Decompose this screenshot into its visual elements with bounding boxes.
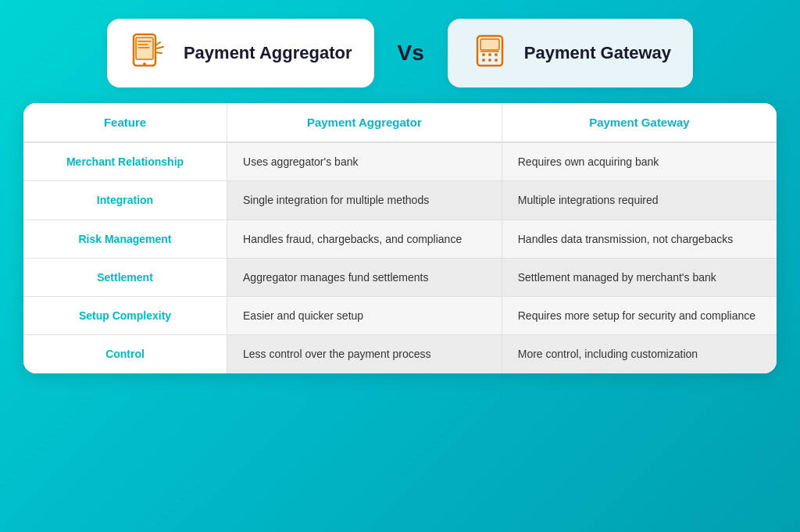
cell-aggregator: Single integration for multiple methods xyxy=(227,181,502,220)
svg-point-11 xyxy=(482,53,485,56)
table-row: Setup ComplexityEasier and quicker setup… xyxy=(23,297,777,335)
aggregator-title: Payment Aggregator xyxy=(184,43,352,63)
aggregator-card: Payment Aggregator xyxy=(107,19,374,87)
cell-gateway: Requires more setup for security and com… xyxy=(502,297,777,335)
header: Payment Aggregator Vs Payment Gateway xyxy=(23,19,777,87)
cell-aggregator: Uses aggregator's bank xyxy=(227,142,502,181)
cell-aggregator: Handles fraud, chargebacks, and complian… xyxy=(227,220,502,258)
vs-label: Vs xyxy=(390,41,432,66)
svg-point-16 xyxy=(495,59,498,62)
svg-rect-10 xyxy=(480,39,499,50)
gateway-icon xyxy=(470,31,513,75)
svg-point-2 xyxy=(143,62,146,66)
svg-point-13 xyxy=(495,53,498,56)
cell-gateway: Settlement managed by merchant's bank xyxy=(502,258,777,296)
svg-line-5 xyxy=(155,52,162,53)
cell-aggregator: Easier and quicker setup xyxy=(227,297,502,335)
table-header-row: Feature Payment Aggregator Payment Gatew… xyxy=(23,103,777,142)
svg-rect-1 xyxy=(136,37,153,59)
col-gateway: Payment Gateway xyxy=(502,103,777,142)
cell-aggregator: Less control over the payment process xyxy=(227,335,502,373)
gateway-title: Payment Gateway xyxy=(524,43,671,63)
table-row: Risk ManagementHandles fraud, chargeback… xyxy=(23,220,777,258)
table-row: SettlementAggregator manages fund settle… xyxy=(23,258,777,296)
cell-feature: Integration xyxy=(23,181,227,220)
table-row: ControlLess control over the payment pro… xyxy=(23,335,777,373)
gateway-card: Payment Gateway xyxy=(448,19,693,87)
cell-feature: Risk Management xyxy=(23,220,227,258)
svg-point-15 xyxy=(488,59,491,62)
table-row: Merchant RelationshipUses aggregator's b… xyxy=(23,142,777,181)
cell-feature: Setup Complexity xyxy=(23,297,227,335)
cell-feature: Control xyxy=(23,335,227,373)
svg-line-4 xyxy=(157,47,163,48)
aggregator-icon xyxy=(129,31,173,75)
table-row: IntegrationSingle integration for multip… xyxy=(23,181,777,220)
comparison-table: Feature Payment Aggregator Payment Gatew… xyxy=(23,103,777,373)
col-feature: Feature xyxy=(23,103,227,142)
svg-point-12 xyxy=(488,53,491,56)
cell-aggregator: Aggregator manages fund settlements xyxy=(227,258,502,296)
cell-gateway: Multiple integrations required xyxy=(502,181,777,220)
col-aggregator: Payment Aggregator xyxy=(227,103,502,142)
cell-gateway: Requires own acquiring bank xyxy=(502,142,777,181)
cell-feature: Merchant Relationship xyxy=(23,142,227,181)
cell-gateway: More control, including customization xyxy=(502,335,777,373)
svg-point-14 xyxy=(482,59,485,62)
cell-gateway: Handles data transmission, not chargebac… xyxy=(502,220,777,258)
cell-feature: Settlement xyxy=(23,258,227,296)
